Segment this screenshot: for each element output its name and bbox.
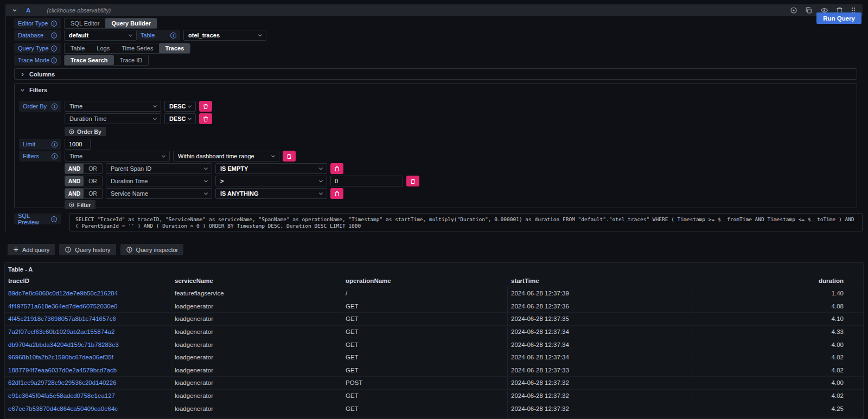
- info-icon[interactable]: i: [52, 141, 58, 147]
- remove-order-by-button[interactable]: [199, 113, 212, 124]
- remove-filter-button[interactable]: [330, 163, 343, 174]
- trace-id-link[interactable]: e91c3645f04fa5e58adcd0758e1ea127: [8, 392, 115, 399]
- duplicate-icon[interactable]: [805, 7, 813, 14]
- query-history-button[interactable]: Query history: [59, 244, 116, 255]
- trace-id-link[interactable]: 4f497571a618e364ed7ded60752030e0: [8, 303, 117, 310]
- table-row: 4f45c21918c73698057a8b1c741657c6 loadgen…: [5, 313, 863, 326]
- filter-field-select[interactable]: Time: [65, 151, 170, 162]
- filter-field-select[interactable]: Parent Span ID: [106, 163, 212, 174]
- chevron-down-icon[interactable]: [12, 8, 17, 13]
- or-toggle[interactable]: OR: [84, 189, 102, 198]
- or-toggle[interactable]: OR: [84, 164, 102, 173]
- tab-table[interactable]: Table: [65, 43, 91, 53]
- trace-id-link[interactable]: e67ee7b53870d4c864ca50409ca0e64c: [8, 405, 118, 412]
- table-row: loadgenerator GET 2024-06-28 12:37:31: [5, 415, 863, 419]
- and-toggle[interactable]: AND: [65, 176, 84, 186]
- column-header-traceid[interactable]: traceID: [5, 275, 171, 287]
- column-header-duration[interactable]: duration: [692, 275, 863, 287]
- trace-mode-group: Trace Search Trace ID: [64, 55, 149, 66]
- chevron-down-icon: [188, 116, 192, 120]
- order-by-direction-select[interactable]: DESC: [164, 113, 196, 124]
- add-filter-button[interactable]: Filter: [65, 200, 95, 209]
- trace-id-cell: [5, 415, 171, 419]
- chevron-down-icon: [153, 104, 157, 107]
- query-inspector-button[interactable]: Query inspector: [120, 244, 184, 255]
- run-query-button[interactable]: Run Query: [816, 12, 861, 24]
- tab-traces[interactable]: Traces: [159, 43, 190, 53]
- operation-name-cell: GET: [342, 402, 508, 415]
- add-query-button[interactable]: Add query: [8, 244, 55, 255]
- tab-time-series[interactable]: Time Series: [116, 43, 159, 53]
- panel-title[interactable]: Table - A: [5, 263, 863, 275]
- info-icon[interactable]: i: [51, 21, 57, 27]
- trace-id-link[interactable]: 89dc7e8c6060c0d12de7e9b50c216284: [8, 290, 118, 296]
- tab-query-builder[interactable]: Query Builder: [105, 18, 157, 28]
- tab-sql-editor[interactable]: SQL Editor: [65, 18, 105, 28]
- chevron-down-icon: [319, 178, 323, 182]
- chevron-down-icon: [204, 178, 208, 182]
- filter-condition-row: AND OR Parent Span ID IS EMPTY: [65, 163, 343, 174]
- trash-icon: [410, 178, 416, 184]
- bool-operator-group: AND OR: [65, 176, 103, 186]
- info-icon[interactable]: i: [51, 46, 57, 51]
- bool-operator-group: AND OR: [65, 163, 103, 174]
- remove-filter-button[interactable]: [406, 176, 419, 186]
- filters-section-header[interactable]: Filters: [15, 84, 857, 93]
- tab-trace-search[interactable]: Trace Search: [65, 55, 114, 65]
- trace-id-link[interactable]: db9704a2bbda34204d159c71b78283e3: [8, 341, 119, 348]
- trace-id-cell: 4f497571a618e364ed7ded60752030e0: [5, 300, 171, 313]
- trace-id-link[interactable]: 62df1ec9a29728c9e29536c20d140226: [8, 379, 117, 386]
- history-icon: [65, 246, 72, 253]
- info-icon[interactable]: i: [52, 104, 58, 109]
- order-by-row: Duration Time DESC: [65, 113, 212, 124]
- order-by-field-select[interactable]: Duration Time: [65, 113, 161, 124]
- info-icon[interactable]: i: [170, 33, 176, 38]
- column-header-servicename[interactable]: serviceName: [171, 275, 342, 287]
- database-select[interactable]: default: [64, 30, 137, 41]
- order-by-field-select[interactable]: Time: [65, 101, 161, 112]
- info-icon[interactable]: i: [51, 33, 57, 38]
- info-icon[interactable]: i: [51, 216, 57, 222]
- or-toggle[interactable]: OR: [84, 176, 102, 186]
- indent-guide: [5, 16, 6, 232]
- trace-id-link[interactable]: 96968b10fa2b2c1590bc67dea06ef35f: [8, 354, 113, 360]
- filter-operator-select[interactable]: IS EMPTY: [215, 163, 327, 174]
- filter-field-select[interactable]: Service Name: [106, 188, 212, 199]
- column-header-operationname[interactable]: operationName: [342, 275, 508, 287]
- trace-id-link[interactable]: 4f45c21918c73698057a8b1c741657c6: [8, 315, 116, 322]
- info-icon[interactable]: i: [52, 153, 58, 159]
- query-header-bar[interactable]: A (clickhouse-observability): [5, 4, 863, 16]
- start-time-cell: 2024-06-28 12:37:34: [508, 338, 692, 351]
- filter-value-input[interactable]: [330, 176, 403, 186]
- limit-label: Limit i: [19, 139, 61, 150]
- table-row: 7a2f07ecf63c60b1029ab2ac155874a2 loadgen…: [5, 326, 863, 339]
- column-header-starttime[interactable]: startTime: [508, 275, 692, 287]
- operation-name-cell: GET: [342, 338, 508, 351]
- sql-preview-code[interactable]: SELECT "TraceId" as traceID, "ServiceNam…: [69, 213, 863, 231]
- trace-id-cell: 4f45c21918c73698057a8b1c741657c6: [5, 313, 171, 325]
- trace-id-link[interactable]: 7a2f07ecf63c60b1029ab2ac155874a2: [8, 328, 114, 335]
- info-icon[interactable]: i: [51, 57, 57, 63]
- columns-section[interactable]: Columns: [14, 68, 857, 80]
- trace-id-link[interactable]: 1887794f7eaa6037d0e2a4579bcd7acb: [8, 367, 117, 373]
- chevron-down-icon: [204, 166, 208, 170]
- tab-trace-id[interactable]: Trace ID: [114, 55, 149, 65]
- add-order-by-button[interactable]: Order By: [65, 127, 106, 136]
- and-toggle[interactable]: AND: [65, 189, 84, 198]
- remove-order-by-button[interactable]: [199, 101, 212, 112]
- limit-input[interactable]: [65, 139, 91, 150]
- filter-field-select[interactable]: Duration Time: [106, 176, 212, 186]
- tab-logs[interactable]: Logs: [91, 43, 116, 53]
- remove-filter-button[interactable]: [283, 151, 296, 162]
- operation-name-cell: POST: [342, 377, 508, 389]
- table-select[interactable]: otel_traces: [183, 30, 266, 41]
- order-by-direction-select[interactable]: DESC: [164, 101, 196, 112]
- filter-operator-select[interactable]: IS ANYTHING: [215, 188, 327, 199]
- and-toggle[interactable]: AND: [65, 164, 84, 173]
- remove-filter-button[interactable]: [330, 188, 343, 199]
- record-icon[interactable]: [790, 7, 797, 14]
- duration-cell: 4.08: [692, 300, 863, 313]
- filter-operator-select[interactable]: Within dashboard time range: [173, 151, 279, 162]
- filter-operator-select[interactable]: >: [215, 176, 327, 186]
- duration-cell: [692, 415, 863, 419]
